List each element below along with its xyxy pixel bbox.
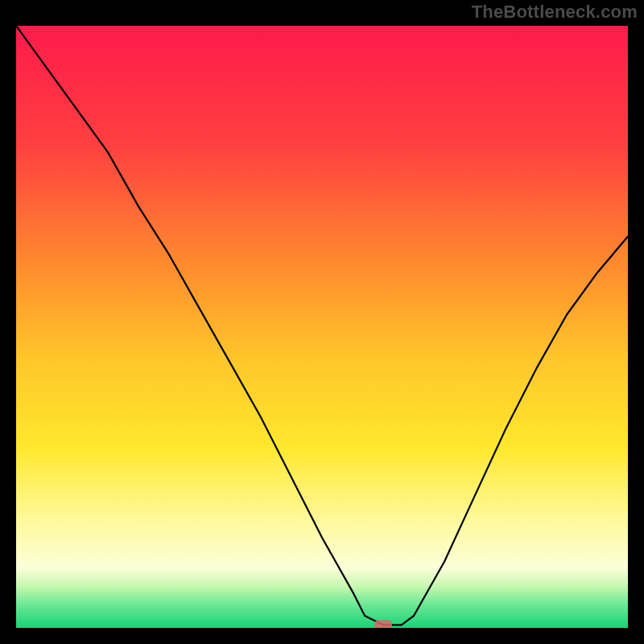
chart-frame: TheBottleneck.com bbox=[0, 0, 644, 644]
plot-border bbox=[11, 21, 633, 633]
plot-area bbox=[16, 26, 628, 628]
watermark-text: TheBottleneck.com bbox=[472, 2, 638, 23]
bottleneck-chart-svg bbox=[16, 26, 628, 628]
minimum-marker bbox=[374, 620, 392, 628]
